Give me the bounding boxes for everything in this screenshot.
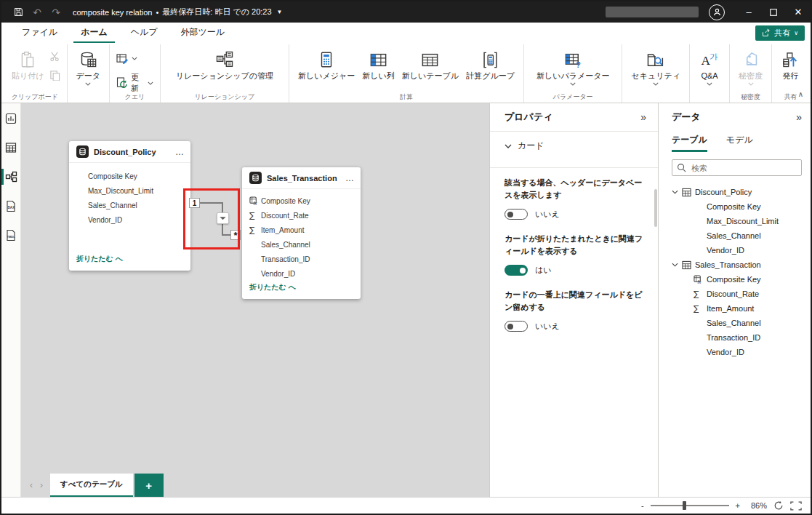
tree-field[interactable]: Composite Key [672,199,802,214]
collapse-pane-icon[interactable]: » [640,111,646,123]
tab-tables[interactable]: テーブル [672,134,707,152]
field-row[interactable]: Transaction_ID [249,252,353,266]
copy-icon[interactable] [49,70,60,84]
table-card-title: Sales_Transaction [267,174,345,183]
field-row[interactable]: ∑ Item_Amount [249,223,353,237]
field-row[interactable]: Sales_Channel [76,198,183,212]
table-card-discount-policy[interactable]: Discount_Policy … Composite Key Max_Disc… [69,141,190,271]
tree-table-sales-transaction[interactable]: Sales_Transaction [672,258,802,272]
paste-button[interactable]: 貼り付け [8,47,48,82]
page-tab-all-tables[interactable]: すべてのテーブル [50,474,133,497]
svg-text:가: 가 [710,52,718,61]
close-button[interactable]: ✕ [786,1,811,23]
refresh-button[interactable]: 更新 [116,72,153,94]
dax-query-view-icon[interactable]: DAX [1,196,21,215]
menu-external-tools[interactable]: 外部ツール [174,23,233,44]
window-title[interactable]: composite key relation • 最終保存日時: 昨日 での 2… [73,7,283,17]
redo-icon[interactable]: ↷ [47,4,65,20]
new-measure-button[interactable]: 新しいメジャー [294,47,358,82]
fit-to-screen-icon[interactable] [790,501,802,511]
sensitivity-button[interactable]: 秘密度 [735,47,766,87]
get-data-button[interactable]: データ [73,47,105,87]
tab-scroll-left-icon[interactable]: ‹ [30,480,33,490]
tree-field[interactable]: ∑Discount_Rate [672,287,802,301]
table-icon [76,145,89,158]
account-avatar[interactable] [709,4,725,20]
publish-button[interactable]: 発行 [777,47,804,82]
card-header[interactable]: Sales_Transaction … [242,167,361,189]
new-column-button[interactable]: 新しい列 [358,47,398,82]
search-input[interactable] [672,159,802,176]
sum-icon: ∑ [249,211,261,220]
cut-icon[interactable] [49,51,60,65]
tree-field[interactable]: ∑Item_Amount [672,301,802,316]
field-row[interactable]: fx Composite Key [249,193,353,208]
add-layout-button[interactable]: + [134,474,164,497]
save-icon[interactable] [9,4,28,20]
zoom-out-button[interactable]: - [641,501,644,510]
minimize-button[interactable]: – [736,1,761,23]
menu-help[interactable]: ヘルプ [124,23,165,44]
table-card-sales-transaction[interactable]: Sales_Transaction … fx Composite Key ∑ D… [242,167,361,299]
tree-field[interactable]: Sales_Channel [672,228,802,243]
zoom-in-button[interactable]: + [736,501,740,510]
tree-field[interactable]: Sales_Channel [672,316,802,330]
chevron-down-icon [505,144,512,148]
share-caret-icon: ∨ [794,30,798,36]
more-options-icon[interactable]: … [175,149,185,155]
security-button[interactable]: セキュリティ [627,47,684,87]
tree-field[interactable]: Transaction_ID [672,330,802,345]
calculation-group-button[interactable]: 計算グループ [462,47,518,82]
tab-scroll-right-icon[interactable]: › [40,480,43,490]
maximize-button[interactable] [761,1,786,23]
field-row[interactable]: Composite Key [76,169,183,183]
field-row[interactable]: Vendor_ID [249,266,353,281]
tmdl-view-icon[interactable]: TMDL [1,225,21,244]
undo-icon[interactable]: ↶ [28,4,47,20]
tree-field[interactable]: Max_Discount_Limit [672,214,802,228]
tree-field[interactable]: Vendor_ID [672,243,802,258]
toggle-pin-related-fields[interactable] [505,321,528,332]
table-view-icon[interactable] [1,138,21,157]
tree-field[interactable]: fx Composite Key [672,272,802,287]
tab-model[interactable]: モデル [726,134,753,152]
view-rail: DAX TMDL [1,103,21,497]
transform-data-button[interactable] [116,53,153,64]
menu-file[interactable]: ファイル [15,23,65,44]
collapse-ribbon-icon[interactable]: ∧ [798,90,803,98]
collapse-pane-icon[interactable]: » [796,111,802,123]
ribbon-group-security: セキュリティ [622,44,689,103]
manage-relationships-button[interactable]: リレーションシップの管理 [166,47,284,82]
zoom-slider-thumb[interactable] [683,501,686,510]
toggle-show-database-header[interactable] [505,209,528,220]
tree-table-discount-policy[interactable]: Discount_Policy [672,185,802,199]
report-view-icon[interactable] [1,109,21,128]
tree-field[interactable]: Vendor_ID [672,345,802,359]
scrollbar[interactable] [654,189,657,227]
reset-zoom-icon[interactable] [773,500,784,511]
zoom-slider[interactable] [651,505,729,506]
card-header[interactable]: Discount_Policy … [69,141,190,163]
new-table-button[interactable]: 新しいテーブル [398,47,462,82]
field-row[interactable]: Max_Discount_Limit [76,183,183,198]
model-view-icon[interactable] [1,167,21,186]
new-parameter-button[interactable]: ? 新しいパラメーター [529,47,617,87]
svg-text:?: ? [576,60,581,68]
more-options-icon[interactable]: … [345,175,355,181]
model-canvas[interactable]: Discount_Policy … Composite Key Max_Disc… [21,103,489,497]
title-bar: ↶ ↷ composite key relation • 最終保存日時: 昨日 … [1,1,811,23]
collapse-card-link[interactable]: 折りたたむ へ [249,282,296,292]
chevron-down-icon [148,81,153,85]
qa-button[interactable]: A가 Q&A [695,47,724,87]
toggle-show-related-fields[interactable] [505,265,528,276]
card-section-header[interactable]: カード [505,132,646,160]
field-row[interactable]: Vendor_ID [76,212,183,227]
zoom-level[interactable]: 86% [747,501,767,510]
share-button[interactable]: 共有 ∨ [755,25,805,41]
menu-home[interactable]: ホーム [73,23,115,44]
setting-show-database-header: 該当する場合、ヘッダーにデータベースを表示します いいえ [505,177,646,220]
collapse-card-link[interactable]: 折りたたむ へ [76,254,123,264]
svg-text:DAX: DAX [8,206,16,209]
field-row[interactable]: ∑ Discount_Rate [249,208,353,223]
field-row[interactable]: Sales_Channel [249,237,353,252]
